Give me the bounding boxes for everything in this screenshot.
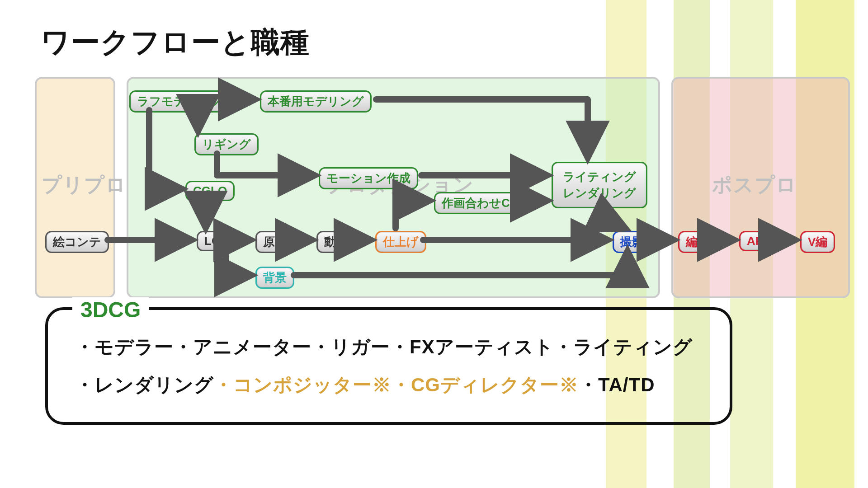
node-lighting-rendering: ライティング レンダリング — [552, 162, 647, 208]
stage-label-postpro: ポスプロ — [712, 172, 797, 198]
node-genga: 原画 — [255, 231, 294, 253]
roles-line-1: ・モデラー・アニメーター・リガー・FXアーティスト・ライティング — [75, 328, 703, 366]
node-shiage: 仕上げ — [375, 231, 426, 253]
roles-heading: 3DCG — [72, 297, 149, 322]
node-cglo: CGLO — [185, 181, 235, 201]
node-haikei: 背景 — [255, 267, 294, 289]
node-rough-modeling: ラフモデリング — [129, 90, 230, 113]
node-econte: 絵コンテ — [45, 231, 109, 253]
node-ar: AR — [739, 231, 772, 251]
node-lo: LO — [197, 231, 228, 251]
roles-line-2: ・レンダリング・コンポジッター※・CGディレクター※・TA/TD — [75, 366, 703, 404]
node-motion: モーション作成 — [319, 167, 418, 189]
roles-line-2b: ・コンポジッター※・CGディレクター※ — [214, 374, 579, 395]
page-title: ワークフローと職種 — [41, 23, 310, 62]
roles-line-2c: ・TA/TD — [579, 374, 655, 395]
node-henshu: 編集 — [678, 231, 717, 253]
node-douga: 動画 — [316, 231, 355, 253]
node-rigging: リギング — [194, 133, 259, 155]
node-vhen: V編 — [800, 231, 835, 253]
roles-box: ・モデラー・アニメーター・リガー・FXアーティスト・ライティング ・レンダリング… — [45, 307, 732, 425]
roles-line-2a: ・レンダリング — [75, 374, 214, 395]
node-sakuga-cg: 作画合わせCG — [434, 192, 527, 214]
node-satsuei: 撮影 — [613, 231, 651, 253]
node-final-modeling: 本番用モデリング — [260, 90, 372, 113]
stage-label-prepro: プリプロ — [42, 172, 127, 198]
